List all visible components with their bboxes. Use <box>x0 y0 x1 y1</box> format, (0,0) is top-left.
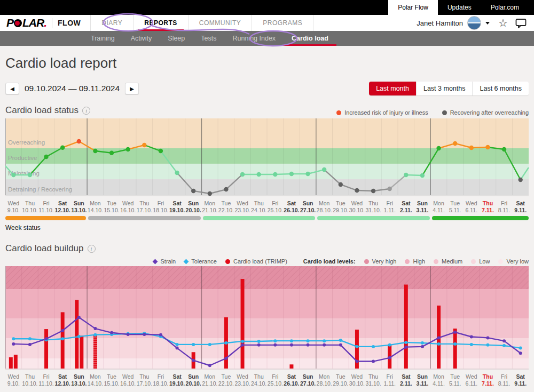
strain-point <box>93 327 97 330</box>
tolerance-point <box>388 343 391 347</box>
week-status-segment-productive-week[interactable] <box>432 216 529 220</box>
axis-day-label: Wed30.10. <box>349 200 365 214</box>
polar-logo[interactable]: PLAR. FLOW <box>6 17 81 29</box>
axis-date: 23.10. <box>234 207 251 214</box>
axis-dow: Wed <box>464 200 480 207</box>
axis-day-label: Wed9.10. <box>5 373 22 387</box>
axis-dow: Fri <box>496 373 513 380</box>
topbar-tab-updates[interactable]: Updates <box>438 0 481 15</box>
status-point <box>518 178 522 182</box>
axis-dow: Mon <box>430 373 447 380</box>
trimp-bar <box>93 335 97 369</box>
status-point <box>420 173 425 178</box>
week-status-segment-maintaining-week[interactable] <box>317 216 430 220</box>
axis-date: 8.11. <box>496 207 513 214</box>
sub-menu-item-training[interactable]: Training <box>83 31 123 46</box>
main-menu-item-diary[interactable]: DIARY <box>90 15 134 31</box>
strain-point <box>421 345 424 348</box>
topbar-tabs: Polar FlowUpdatesPolar.com <box>388 0 529 15</box>
tolerance-point <box>12 338 15 341</box>
trimp-bar <box>44 329 48 369</box>
range-button-last-3-months[interactable]: Last 3 months <box>416 82 473 95</box>
axis-date: 2.11. <box>398 207 414 214</box>
trimp-bar <box>9 357 13 369</box>
status-point <box>355 188 359 193</box>
axis-day-label: Thu10.10. <box>22 200 38 214</box>
axis-day-label: Fri8.11. <box>496 373 513 387</box>
tolerance-point <box>470 343 473 346</box>
user-area: Janet Hamilton ☆ <box>417 16 534 30</box>
axis-date: 2.11. <box>398 380 414 387</box>
trimp-bar <box>404 285 408 369</box>
axis-dow: Thu <box>250 200 267 207</box>
status-point <box>224 187 228 191</box>
tolerance-point <box>176 343 179 346</box>
sub-menu-item-running-index[interactable]: Running Index <box>224 31 284 46</box>
topbar-tab-polar-com[interactable]: Polar.com <box>481 0 529 15</box>
axis-date: 15.10. <box>104 207 120 214</box>
axis-dow: Fri <box>496 200 513 207</box>
status-point <box>371 189 375 193</box>
info-icon[interactable]: i <box>82 107 90 115</box>
next-period-button[interactable]: ▶ <box>125 83 139 94</box>
axis-dow: Thu <box>22 373 38 380</box>
week-status-segment-maintaining-week[interactable] <box>203 216 316 220</box>
strain-point <box>355 360 358 363</box>
main-menu-item-community[interactable]: COMMUNITY <box>189 15 253 31</box>
week-status-segment-recovering-week[interactable] <box>88 216 201 220</box>
axis-date: 1.11. <box>381 207 398 214</box>
trimp-bar <box>80 336 83 369</box>
axis-day-label: Sat2.11. <box>398 373 414 387</box>
axis-day-label: Sat26.10. <box>284 200 300 214</box>
tolerance-point <box>208 343 211 346</box>
cardio-load-buildup-chart[interactable] <box>5 266 529 372</box>
axis-dow: Tue <box>104 373 120 380</box>
legend-item: Strain <box>153 258 176 265</box>
sub-menu-item-tests[interactable]: Tests <box>193 31 224 46</box>
main-menu-item-reports[interactable]: REPORTS <box>134 15 189 31</box>
axis-date: 7.11. <box>480 380 496 387</box>
prev-period-button[interactable]: ◀ <box>5 83 19 94</box>
axis-dow: Sat <box>169 200 185 207</box>
week-status-segment-overreaching-week[interactable] <box>5 216 86 220</box>
axis-dow: Wed <box>120 373 136 380</box>
band-label: Overreaching <box>8 139 45 146</box>
axis-day-label: Tue29.10. <box>333 373 349 387</box>
axis-day-label: Fri8.11. <box>496 200 513 214</box>
sub-menu-item-activity[interactable]: Activity <box>123 31 160 46</box>
strain-point <box>257 343 261 347</box>
avatar[interactable] <box>467 16 481 30</box>
user-name[interactable]: Janet Hamilton <box>417 19 463 27</box>
axis-day-label: Wed6.11. <box>464 200 480 214</box>
strain-point <box>290 343 293 347</box>
feedback-chat-icon[interactable] <box>515 18 527 28</box>
axis-date: 21.10. <box>202 380 218 387</box>
strain-point <box>208 364 211 367</box>
trimp-bar <box>241 279 245 369</box>
strain-point <box>127 333 130 336</box>
sub-menu-item-sleep[interactable]: Sleep <box>160 31 193 46</box>
info-icon[interactable]: i <box>88 245 96 253</box>
main-menu-item-programs[interactable]: PROGRAMS <box>252 15 313 31</box>
status-point <box>436 146 441 150</box>
axis-day-label: Thu24.10. <box>250 200 267 214</box>
topbar-tab-polar-flow[interactable]: Polar Flow <box>388 0 438 15</box>
favorites-star-icon[interactable]: ☆ <box>498 18 508 28</box>
sub-menu: TrainingActivitySleepTestsRunning IndexC… <box>83 31 336 46</box>
axis-dow: Thu <box>250 373 267 380</box>
axis-dow: Wed <box>234 200 251 207</box>
range-button-last-month[interactable]: Last month <box>369 82 416 95</box>
axis-date: 29.10. <box>333 380 349 387</box>
status-point <box>404 173 408 177</box>
sub-nav: TrainingActivitySleepTestsRunning IndexC… <box>0 31 534 46</box>
range-button-last-6-months[interactable]: Last 6 months <box>472 82 529 95</box>
sub-menu-item-cardio-load[interactable]: Cardio load <box>284 31 336 46</box>
axis-day-label: Tue5.11. <box>447 373 464 387</box>
axis-dow: Mon <box>87 200 104 207</box>
cardio-load-status-chart[interactable]: OverreachingProductiveMaintainingDetrain… <box>5 118 529 198</box>
legend-dot-icon <box>442 110 447 115</box>
axis-dow: Thu <box>365 373 382 380</box>
axis-day-label: Thu24.10. <box>250 373 267 387</box>
chevron-down-icon[interactable] <box>485 22 490 25</box>
status-point <box>485 145 490 149</box>
